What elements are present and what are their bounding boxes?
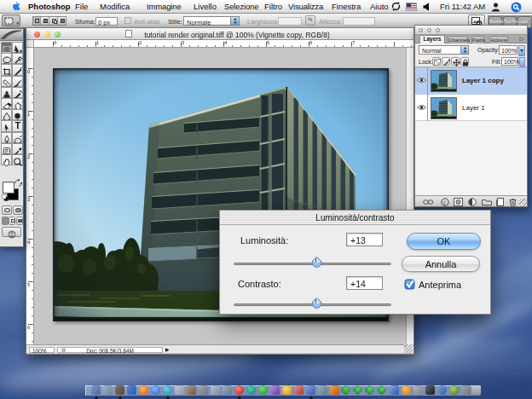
svg-text:f: f <box>443 200 446 206</box>
